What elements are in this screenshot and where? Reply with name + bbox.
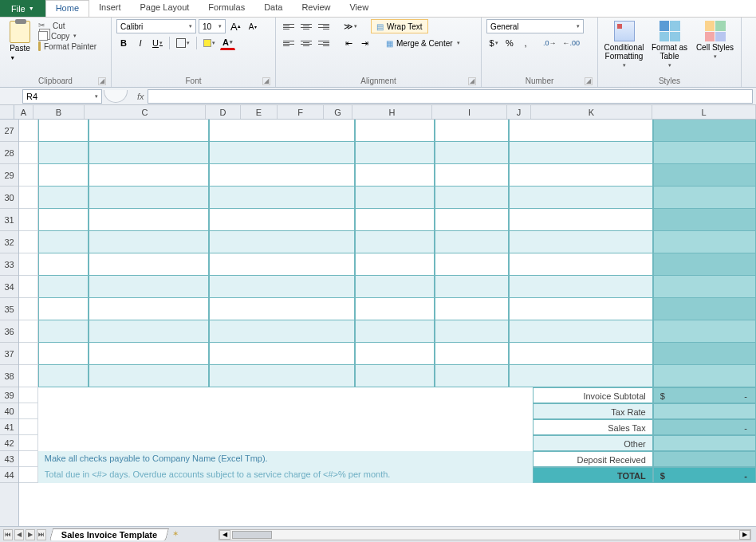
decrease-indent-button[interactable]: ⇤ bbox=[341, 36, 356, 50]
select-all-corner[interactable] bbox=[0, 105, 14, 120]
dialog-launcher-icon[interactable]: ◢ bbox=[262, 77, 270, 85]
format-as-table-button[interactable]: Format as Table▾ bbox=[648, 19, 691, 69]
cell[interactable] bbox=[89, 120, 209, 142]
scroll-thumb[interactable] bbox=[232, 531, 272, 539]
align-middle-button[interactable] bbox=[298, 19, 314, 33]
tax-rate-value[interactable] bbox=[653, 403, 756, 419]
prev-sheet-button[interactable]: ◀ bbox=[14, 529, 24, 540]
tab-home[interactable]: Home bbox=[45, 0, 89, 17]
col-header[interactable]: B bbox=[33, 105, 85, 119]
file-menu[interactable]: File▼ bbox=[0, 0, 45, 17]
cell[interactable] bbox=[653, 120, 756, 142]
subtotal-value[interactable]: $- bbox=[653, 387, 756, 403]
row-header[interactable]: 42 bbox=[0, 435, 18, 451]
dialog-launcher-icon[interactable]: ◢ bbox=[585, 77, 593, 85]
row-header[interactable]: 36 bbox=[0, 320, 18, 343]
percent-button[interactable]: % bbox=[502, 36, 517, 50]
cut-button[interactable]: ✂Cut bbox=[38, 21, 96, 30]
cell-styles-button[interactable]: Cell Styles▾ bbox=[694, 19, 736, 61]
row-header[interactable]: 37 bbox=[0, 343, 18, 365]
font-family-select[interactable]: Calibri▾ bbox=[116, 19, 196, 33]
first-sheet-button[interactable]: ⏮ bbox=[3, 529, 13, 540]
cells-area[interactable]: Invoice Subtotal $- Tax Rate Sales Tax -… bbox=[19, 120, 756, 540]
dialog-launcher-icon[interactable]: ◢ bbox=[468, 77, 476, 85]
dialog-launcher-icon[interactable]: ◢ bbox=[98, 77, 106, 85]
row-header[interactable]: 40 bbox=[0, 403, 18, 419]
col-header[interactable]: A bbox=[14, 105, 33, 119]
cell[interactable] bbox=[435, 120, 509, 142]
accounting-format-button[interactable]: $▾ bbox=[486, 36, 501, 50]
align-right-button[interactable] bbox=[316, 36, 332, 50]
col-header[interactable]: G bbox=[324, 105, 352, 119]
orientation-button[interactable]: ≫▾ bbox=[341, 19, 360, 33]
col-header[interactable]: L bbox=[652, 105, 756, 119]
merge-center-button[interactable]: ▦Merge & Center▾ bbox=[383, 36, 463, 50]
col-header[interactable]: E bbox=[241, 105, 278, 119]
increase-decimal-button[interactable]: .0→ bbox=[541, 36, 559, 50]
row-header[interactable]: 27 bbox=[0, 120, 18, 142]
col-header[interactable]: D bbox=[206, 105, 241, 119]
col-header[interactable]: H bbox=[352, 105, 432, 119]
row-header[interactable]: 44 bbox=[0, 467, 18, 483]
last-sheet-button[interactable]: ⏭ bbox=[37, 529, 46, 540]
paste-button[interactable]: Paste▼ bbox=[5, 19, 35, 61]
cell[interactable] bbox=[355, 120, 434, 142]
scroll-right-button[interactable]: ▶ bbox=[739, 530, 750, 540]
other-value[interactable] bbox=[653, 435, 756, 451]
col-header[interactable]: C bbox=[85, 105, 206, 119]
font-color-button[interactable]: A▾ bbox=[220, 36, 235, 50]
row-header[interactable]: 32 bbox=[0, 231, 18, 253]
row-header[interactable]: 31 bbox=[0, 209, 18, 231]
number-format-select[interactable]: General▾ bbox=[486, 19, 584, 33]
fill-color-button[interactable]: ▾ bbox=[201, 36, 218, 50]
horizontal-scrollbar[interactable]: ◀ ▶ bbox=[219, 529, 751, 540]
row-header[interactable]: 43 bbox=[0, 451, 18, 467]
tab-review[interactable]: Review bbox=[292, 0, 340, 17]
formula-input[interactable] bbox=[148, 89, 753, 104]
next-sheet-button[interactable]: ▶ bbox=[26, 529, 35, 540]
grow-font-button[interactable]: A▴ bbox=[228, 19, 243, 33]
row-header[interactable]: 41 bbox=[0, 419, 18, 435]
row-header[interactable]: 35 bbox=[0, 298, 18, 320]
total-value[interactable]: $- bbox=[653, 467, 756, 483]
align-left-button[interactable] bbox=[281, 36, 297, 50]
border-button[interactable]: ▾ bbox=[174, 36, 192, 50]
wrap-text-button[interactable]: ▤Wrap Text bbox=[371, 19, 428, 33]
tab-view[interactable]: View bbox=[340, 0, 378, 17]
underline-button[interactable]: U▾ bbox=[150, 36, 165, 50]
row-header[interactable]: 30 bbox=[0, 187, 18, 209]
row-header[interactable]: 34 bbox=[0, 276, 18, 298]
bold-button[interactable]: B bbox=[116, 36, 131, 50]
row-header[interactable]: 39 bbox=[0, 387, 18, 403]
tab-page-layout[interactable]: Page Layout bbox=[131, 0, 199, 17]
row-header[interactable]: 28 bbox=[0, 142, 18, 164]
comma-button[interactable]: , bbox=[518, 36, 533, 50]
row-header[interactable]: 29 bbox=[0, 164, 18, 187]
row-header[interactable]: 33 bbox=[0, 253, 18, 276]
font-size-select[interactable]: 10▾ bbox=[199, 19, 226, 33]
name-box[interactable]: R4▾ bbox=[22, 89, 102, 104]
row-header[interactable]: 38 bbox=[0, 365, 18, 387]
tab-data[interactable]: Data bbox=[254, 0, 292, 17]
deposit-value[interactable] bbox=[653, 451, 756, 467]
tab-formulas[interactable]: Formulas bbox=[199, 0, 254, 17]
scroll-left-button[interactable]: ◀ bbox=[219, 530, 230, 540]
fx-icon[interactable]: fx bbox=[137, 92, 144, 101]
col-header[interactable]: I bbox=[432, 105, 507, 119]
col-header[interactable]: F bbox=[278, 105, 324, 119]
decrease-decimal-button[interactable]: ←.00 bbox=[561, 36, 583, 50]
cell[interactable] bbox=[38, 120, 89, 142]
shrink-font-button[interactable]: A▾ bbox=[246, 19, 260, 33]
cell[interactable] bbox=[209, 120, 355, 142]
new-sheet-button[interactable]: ✶ bbox=[172, 529, 187, 540]
align-bottom-button[interactable] bbox=[316, 19, 332, 33]
conditional-formatting-button[interactable]: Conditional Formatting▾ bbox=[603, 19, 645, 69]
tab-insert[interactable]: Insert bbox=[89, 0, 131, 17]
namebox-expand[interactable] bbox=[104, 90, 128, 103]
italic-button[interactable]: I bbox=[133, 36, 148, 50]
format-painter-button[interactable]: Format Painter bbox=[38, 41, 96, 51]
sales-tax-value[interactable]: - bbox=[653, 419, 756, 435]
align-top-button[interactable] bbox=[281, 19, 297, 33]
copy-button[interactable]: Copy▾ bbox=[38, 31, 96, 41]
sheet-tab[interactable]: Sales Invoice Template bbox=[49, 528, 169, 540]
